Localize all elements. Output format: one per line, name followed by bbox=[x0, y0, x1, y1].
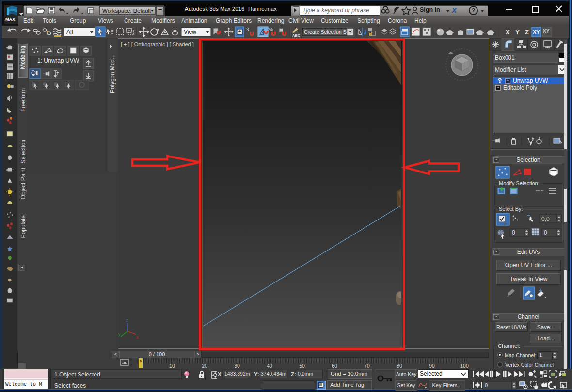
svg-text:%: % bbox=[269, 27, 273, 32]
svg-text:0: 0 bbox=[140, 359, 142, 363]
svg-text:40: 40 bbox=[267, 363, 272, 369]
svg-text:ABC: ABC bbox=[292, 33, 301, 38]
svg-text:Z: Z bbox=[525, 29, 529, 36]
svg-text:0: 0 bbox=[512, 229, 515, 236]
svg-text:Y: Y bbox=[515, 29, 520, 36]
svg-text:0: 0 bbox=[544, 229, 547, 236]
svg-text:Create Selection Se: Create Selection Se bbox=[304, 29, 350, 35]
svg-text:100: 100 bbox=[460, 363, 469, 369]
svg-text:All: All bbox=[66, 29, 73, 35]
svg-text:1: Unwrap UVW: 1: Unwrap UVW bbox=[37, 57, 79, 64]
svg-text:60: 60 bbox=[332, 363, 337, 369]
svg-text:80: 80 bbox=[397, 363, 402, 369]
svg-text:0: 0 bbox=[485, 382, 488, 388]
svg-text:z: z bbox=[126, 318, 128, 323]
svg-text:20: 20 bbox=[202, 363, 207, 369]
svg-text:0,0: 0,0 bbox=[541, 216, 550, 222]
svg-text:3: 3 bbox=[246, 27, 249, 32]
svg-text:X: X bbox=[506, 29, 510, 36]
svg-text:x: x bbox=[136, 335, 139, 340]
svg-text:50: 50 bbox=[299, 363, 305, 369]
svg-text:View: View bbox=[184, 29, 196, 35]
svg-text:y: y bbox=[118, 332, 121, 337]
svg-text:10: 10 bbox=[169, 363, 175, 369]
svg-text:XY: XY bbox=[533, 29, 540, 35]
svg-text:90: 90 bbox=[429, 363, 435, 369]
svg-text:30: 30 bbox=[234, 363, 240, 369]
svg-text:70: 70 bbox=[364, 363, 370, 369]
svg-text:z: z bbox=[548, 28, 550, 31]
